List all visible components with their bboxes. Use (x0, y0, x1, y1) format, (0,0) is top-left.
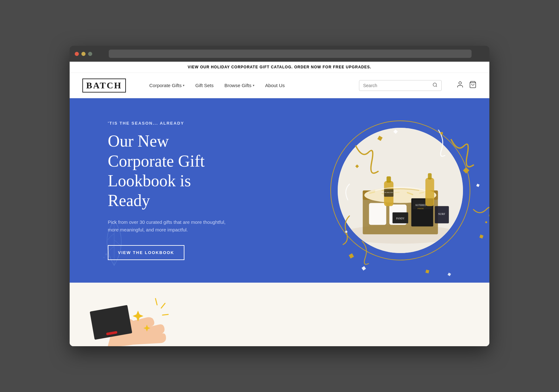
search-box[interactable] (359, 80, 442, 91)
close-button[interactable] (75, 52, 79, 56)
nav-item-browse-gifts[interactable]: Browse Gifts ▾ (220, 80, 259, 91)
hero-section: 'TIS THE SEASON... ALREADY Our New Corpo… (70, 98, 489, 283)
svg-line-48 (161, 303, 165, 308)
browser-chrome (70, 46, 489, 62)
banner-text: VIEW OUR HOLIDAY CORPORATE GIFT CATALOG.… (188, 65, 371, 69)
svg-rect-37 (425, 178, 434, 206)
search-input[interactable] (363, 83, 430, 88)
svg-rect-9 (349, 253, 354, 258)
nav-item-corporate-gifts[interactable]: Corporate Gifts ▾ (145, 80, 189, 91)
minimize-button[interactable] (81, 52, 86, 56)
svg-rect-10 (425, 270, 429, 273)
svg-text:SPARKLERS: SPARKLERS (384, 192, 393, 193)
shopping-bag-icon[interactable] (469, 81, 477, 90)
user-account-icon[interactable] (456, 81, 464, 90)
svg-rect-14 (362, 266, 366, 271)
burst-lines (140, 295, 171, 327)
nav-icons (456, 81, 477, 90)
svg-rect-38 (428, 173, 432, 180)
hero-title: Our New Corporate Gift Lookbook is Ready (108, 131, 235, 211)
maximize-button[interactable] (88, 52, 92, 56)
svg-line-47 (155, 299, 157, 305)
svg-rect-29 (369, 203, 386, 225)
svg-rect-13 (476, 184, 480, 187)
gift-circle-outer: ALTERED PRIDE SPARKLERS (330, 120, 470, 260)
hero-content: 'TIS THE SEASON... ALREADY Our New Corpo… (70, 121, 235, 260)
nav-item-about-us[interactable]: About Us (261, 80, 289, 91)
svg-rect-15 (448, 273, 451, 276)
traffic-lights (75, 52, 92, 56)
gift-circle-inner: ALTERED PRIDE SPARKLERS (337, 127, 464, 254)
navbar: BATCH Corporate Gifts ▾ Gift Sets Browse… (70, 73, 489, 98)
svg-point-1 (459, 82, 461, 84)
svg-text:PRIDE: PRIDE (418, 207, 424, 210)
nav-label-corporate-gifts: Corporate Gifts (149, 83, 182, 88)
nav-label-about-us: About Us (265, 83, 285, 88)
browser-window: VIEW OUR HOLIDAY CORPORATE GIFT CATALOG.… (70, 46, 489, 346)
svg-text:SURF: SURF (438, 212, 445, 216)
nav-label-browse-gifts: Browse Gifts (224, 83, 252, 88)
svg-line-49 (162, 314, 168, 315)
svg-rect-36 (387, 176, 391, 183)
logo[interactable]: BATCH (82, 79, 126, 93)
hero-description: Pick from over 30 curated gifts that are… (108, 218, 229, 234)
bottom-teaser (70, 283, 489, 346)
svg-text:ALTERED: ALTERED (415, 204, 426, 207)
view-lookbook-button[interactable]: VIEW THE LOOKBOOK (108, 245, 184, 260)
svg-point-0 (433, 83, 437, 86)
chevron-down-icon: ▾ (183, 84, 184, 87)
svg-text:PANDY: PANDY (396, 217, 405, 220)
nav-label-gift-sets: Gift Sets (195, 83, 214, 88)
website: VIEW OUR HOLIDAY CORPORATE GIFT CATALOG.… (70, 62, 489, 346)
svg-point-17 (485, 221, 487, 223)
hero-eyebrow: 'TIS THE SEASON... ALREADY (108, 121, 235, 126)
search-icon (432, 82, 438, 89)
hero-image-area: ALTERED PRIDE SPARKLERS (330, 120, 470, 260)
nav-links: Corporate Gifts ▾ Gift Sets Browse Gifts… (145, 80, 350, 91)
svg-rect-8 (480, 235, 484, 239)
nav-item-gift-sets[interactable]: Gift Sets (191, 80, 218, 91)
address-bar[interactable] (109, 50, 472, 58)
gift-box-svg: ALTERED PRIDE SPARKLERS (338, 127, 463, 254)
chevron-down-icon-2: ▾ (253, 84, 254, 87)
top-banner: VIEW OUR HOLIDAY CORPORATE GIFT CATALOG.… (70, 62, 489, 73)
